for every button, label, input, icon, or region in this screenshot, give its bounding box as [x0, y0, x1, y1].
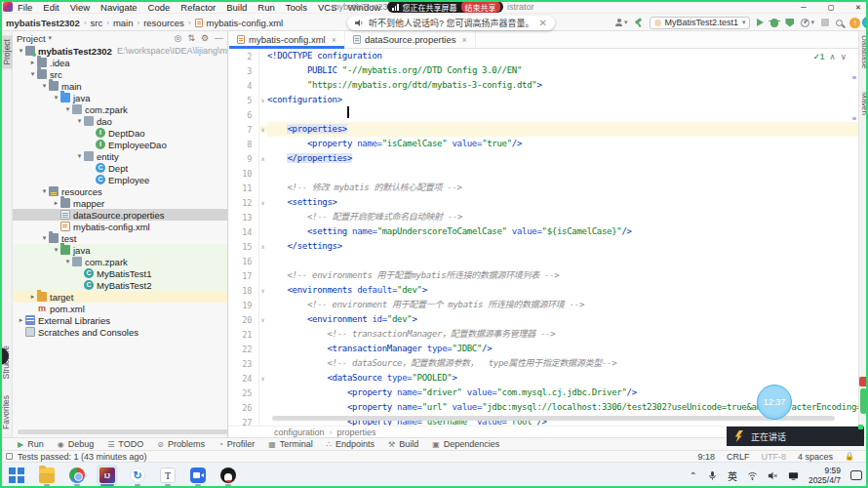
tree-item-entity[interactable]: ▾entity: [13, 150, 227, 162]
breadcrumb-item[interactable]: resources: [143, 18, 184, 28]
taskbar-app-sunlogin[interactable]: [127, 465, 148, 486]
fold-marker-icon[interactable]: ∧: [258, 155, 267, 162]
fold-marker-icon[interactable]: ∨: [258, 97, 267, 103]
tree-item-com-zpark[interactable]: ▾com.zpark: [13, 256, 227, 267]
tree-chevron-icon[interactable]: ▸: [28, 59, 37, 66]
fold-marker-icon[interactable]: ∧: [258, 243, 267, 250]
recording-red-badge[interactable]: [859, 377, 867, 386]
tree-item-employeedao[interactable]: IEmployeeDao: [13, 139, 227, 150]
floating-timer-bubble[interactable]: 12:37: [757, 385, 792, 420]
tree-chevron-icon[interactable]: ▾: [28, 70, 37, 78]
cast-screen-icon[interactable]: [788, 470, 799, 481]
tool-window-button-debug[interactable]: ◉Debug: [58, 439, 95, 449]
error-stripe-mark[interactable]: [852, 76, 856, 79]
tree-chevron-icon[interactable]: ▾: [40, 82, 49, 90]
settings-gear-icon[interactable]: ⚙: [201, 33, 209, 43]
editor-horizontal-scrollbar[interactable]: [272, 416, 835, 421]
tree-chevron-icon[interactable]: ▾: [75, 152, 84, 160]
tree-item-datasource-properties[interactable]: dataSource.properties: [13, 209, 227, 221]
project-panel-title[interactable]: Project: [17, 33, 46, 44]
search-everywhere-button[interactable]: [836, 20, 843, 26]
tool-window-button-run[interactable]: ▶Run: [18, 439, 44, 449]
tree-item-resources[interactable]: ▾resources: [13, 185, 227, 197]
menu-navigate[interactable]: Navigate: [100, 2, 138, 13]
tree-chevron-icon[interactable]: ▾: [63, 258, 72, 265]
tree-chevron-icon[interactable]: ▾: [52, 246, 60, 254]
tree-item--idea[interactable]: ▸.idea: [13, 57, 227, 68]
tree-chevron-icon[interactable]: ▾: [75, 117, 84, 125]
breadcrumb-item[interactable]: main: [113, 18, 134, 28]
hide-panel-icon[interactable]: —: [215, 33, 223, 43]
breadcrumb-item[interactable]: src: [91, 18, 103, 28]
menu-code[interactable]: Code: [148, 2, 171, 13]
breadcrumb-item[interactable]: mybatis-config.xml: [207, 18, 284, 28]
fold-marker-icon[interactable]: ∨: [258, 375, 267, 382]
stripe-tab-project[interactable]: Project: [1, 35, 13, 68]
error-stripe-mark[interactable]: [852, 117, 856, 120]
stripe-tab-favorites[interactable]: Favorites: [1, 395, 11, 429]
tree-chevron-icon[interactable]: ▾: [17, 47, 25, 55]
editor-area[interactable]: mybatis-config.xml×dataSource.properties…: [229, 31, 858, 437]
ime-indicator[interactable]: 英: [728, 468, 737, 483]
maximize-button[interactable]: ▢: [825, 2, 837, 12]
taskbar-app-typora[interactable]: [157, 465, 178, 486]
breadcrumb-properties[interactable]: properties: [337, 427, 376, 437]
breadcrumb-configuration[interactable]: configuration: [274, 427, 325, 437]
locate-file-icon[interactable]: ◎: [175, 33, 182, 43]
stop-share-button[interactable]: 结束共享: [461, 1, 500, 13]
tree-item-target[interactable]: ▸target: [13, 291, 227, 303]
tab-close-icon[interactable]: ×: [332, 35, 336, 45]
debug-button[interactable]: [770, 19, 778, 27]
tab-close-icon[interactable]: ×: [461, 35, 466, 45]
tray-expand-icon[interactable]: ⌃: [690, 470, 697, 481]
project-horizontal-scrollbar[interactable]: [18, 429, 228, 434]
menu-view[interactable]: View: [70, 2, 90, 13]
tree-chevron-icon[interactable]: ▾: [40, 187, 49, 195]
tests-status-text[interactable]: Tests passed: 1 (43 minutes ago): [18, 452, 147, 462]
coverage-button[interactable]: [785, 19, 794, 27]
taskbar-app-qq[interactable]: [217, 465, 239, 486]
tool-window-button-terminal[interactable]: ▦Terminal: [268, 439, 313, 449]
taskbar-app-chrome[interactable]: [66, 465, 88, 486]
profile-menu-button[interactable]: ▾: [615, 19, 628, 26]
menu-refactor[interactable]: Refactor: [180, 2, 216, 13]
stripe-tab-maven[interactable]: Maven: [860, 92, 868, 115]
tree-chevron-icon[interactable]: ▸: [17, 316, 25, 324]
tree-chevron-icon[interactable]: ▾: [52, 94, 60, 102]
editor-tab-mybatis-config-xml[interactable]: mybatis-config.xml×: [229, 31, 345, 48]
indent-setting[interactable]: 4 spaces: [798, 452, 833, 462]
tree-item-mybatistest2[interactable]: CMyBatisTest2: [13, 279, 227, 291]
tree-item-external-libraries[interactable]: ▸External Libraries: [13, 314, 227, 326]
close-button[interactable]: ✕: [852, 2, 864, 12]
caret-position[interactable]: 9:18: [697, 452, 715, 462]
tool-window-button-profiler[interactable]: ◔Profiler: [218, 439, 255, 449]
tool-window-button-todo[interactable]: ☰TODO: [107, 439, 143, 449]
tree-chevron-icon[interactable]: ▾: [63, 105, 72, 113]
next-problem-icon[interactable]: ∨: [841, 52, 847, 61]
share-edge-widget[interactable]: [860, 388, 867, 414]
tree-item-deptdao[interactable]: IDeptDao: [13, 127, 227, 139]
minimize-button[interactable]: –: [798, 2, 809, 12]
menu-file[interactable]: File: [18, 2, 32, 13]
tray-clock[interactable]: 9:59 2025/4/7: [809, 466, 841, 485]
tip-close-icon[interactable]: ✕: [539, 18, 547, 28]
tree-item-java[interactable]: ▾java: [13, 92, 227, 103]
tree-item-mybatis-config-xml[interactable]: mybatis-config.xml: [13, 221, 227, 232]
menu-build[interactable]: Build: [226, 2, 247, 13]
run-button[interactable]: [757, 19, 764, 26]
tree-item-test[interactable]: ▾test: [13, 232, 227, 244]
tree-item-dao[interactable]: ▾dao: [13, 115, 227, 127]
prev-problem-icon[interactable]: ∧: [830, 52, 836, 61]
notification-center-icon[interactable]: [850, 470, 862, 480]
line-ending[interactable]: CRLF: [727, 452, 750, 462]
tree-item-mybatistest2302[interactable]: ▾mybatisTest2302E:\workspace\IDEA\lijian…: [13, 45, 227, 57]
tree-item-com-zpark[interactable]: ▾com.zpark: [13, 103, 227, 115]
tree-chevron-icon[interactable]: ▾: [40, 234, 49, 242]
tree-chevron-icon[interactable]: ▸: [28, 293, 37, 301]
wifi-icon[interactable]: [747, 470, 758, 481]
tree-item-mybatistest1[interactable]: CMyBatisTest1: [13, 267, 227, 279]
tree-item-java[interactable]: ▾java: [13, 244, 227, 256]
menu-tools[interactable]: Tools: [286, 2, 307, 13]
editor-code-area[interactable]: 2<!DOCTYPE configuration3 PUBLIC "-//myb…: [229, 49, 858, 426]
inspection-widget[interactable]: ✓1 ∧ ∨: [813, 52, 847, 61]
